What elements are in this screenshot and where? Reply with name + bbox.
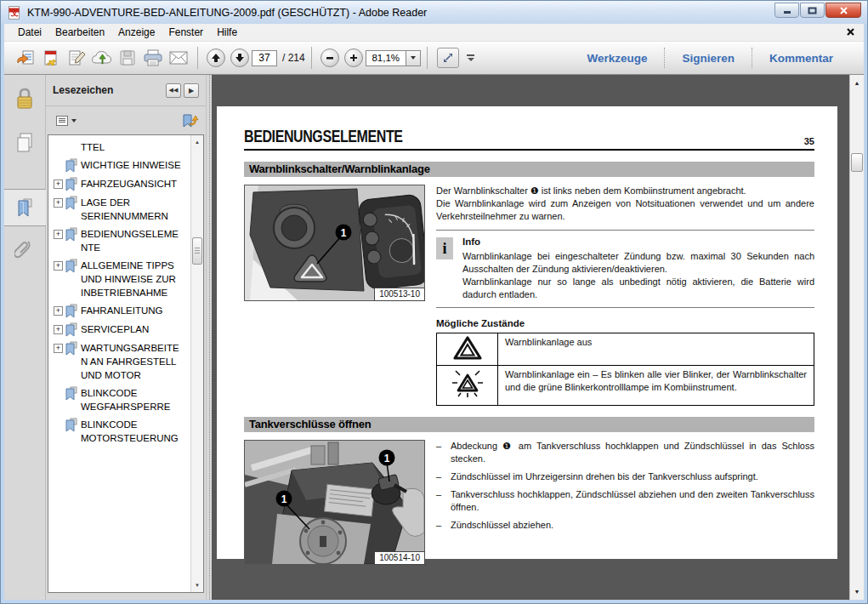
- document-scrollbar[interactable]: ▲ ▼: [849, 75, 864, 600]
- bookmark-item[interactable]: BLINKCODE MOTORSTEUERUNG: [54, 418, 190, 445]
- figure-tank-caps: 1 1 100514-10: [244, 440, 425, 565]
- bookmarks-panel: Lesezeichen ◀◀ ▶: [46, 75, 206, 600]
- scroll-up-icon[interactable]: ▲: [191, 136, 203, 148]
- svg-text:1: 1: [384, 453, 390, 464]
- bookmark-flag-icon: [65, 227, 77, 242]
- expand-plus-icon[interactable]: [54, 344, 63, 353]
- states-title: Mögliche Zustände: [436, 317, 814, 330]
- open-file-icon: [15, 49, 36, 66]
- kommentar-pane-button[interactable]: Kommentar: [766, 52, 837, 65]
- dash-bullet: [436, 470, 451, 483]
- toolbar-overflow-button[interactable]: [464, 48, 478, 68]
- save-button[interactable]: [115, 46, 140, 70]
- scroll-up-icon[interactable]: ▲: [850, 77, 864, 89]
- scroll-down-icon[interactable]: ▼: [850, 585, 864, 598]
- close-icon: [839, 7, 848, 14]
- dash-bullet: [436, 519, 451, 532]
- hazard-off-icon: [452, 335, 483, 361]
- bookmarks-tab[interactable]: [4, 189, 46, 226]
- right-arrow-icon: ▶: [189, 87, 194, 94]
- scroll-down-icon[interactable]: ▼: [191, 579, 203, 591]
- panel-forward-button[interactable]: ▶: [184, 83, 199, 98]
- panel-resize-handle[interactable]: [206, 75, 212, 600]
- menu-anzeige[interactable]: Anzeige: [111, 25, 162, 40]
- bookmark-item[interactable]: TTEL: [54, 140, 190, 154]
- expand-plus-icon[interactable]: [54, 261, 63, 271]
- werkzeuge-pane-button[interactable]: Werkzeuge: [583, 52, 650, 65]
- dash-bullet: [436, 488, 451, 514]
- bookmark-item[interactable]: WARTUNGSARBEITEN AN FAHRGESTELL UND MOTO…: [54, 341, 190, 382]
- bookmark-item[interactable]: ALLGEMEINE TIPPS UND HINWEISE ZUR INBETR…: [54, 259, 190, 299]
- bookmark-item[interactable]: LAGE DER SERIENNUMMERN: [54, 196, 190, 223]
- fill-sign-icon: [66, 49, 87, 66]
- scrollbar-thumb[interactable]: [851, 153, 863, 172]
- figure-caption: 100513-10: [374, 288, 425, 301]
- bookmark-item[interactable]: FAHRZEUGANSICHT: [54, 177, 190, 191]
- task-panes: Werkzeuge Signieren Kommentar: [583, 48, 855, 68]
- scrollbar-thumb[interactable]: [192, 237, 202, 265]
- bookmark-label: FAHRZEUGANSICHT: [81, 177, 181, 191]
- page-number: 35: [804, 136, 814, 146]
- next-page-button[interactable]: [230, 48, 249, 67]
- minimize-icon: [783, 7, 791, 14]
- toolbar-separator: [311, 47, 312, 69]
- chevron-down-icon: [71, 119, 77, 123]
- menu-bearbeiten[interactable]: Bearbeiten: [48, 25, 111, 40]
- bookmark-item[interactable]: BEDIENUNGSELEMENTE: [54, 227, 190, 254]
- table-row: Warnblinkanlage aus: [437, 333, 814, 366]
- scrolling-mode-button[interactable]: [437, 48, 459, 68]
- bullet-text: Zündschlüssel im Uhrzeigersinn drehen bi…: [451, 470, 814, 483]
- bookmark-item[interactable]: FAHRANLEITUNG: [54, 304, 190, 318]
- info-icon: i: [436, 237, 453, 259]
- bookmark-item[interactable]: SERVICEPLAN: [54, 322, 190, 337]
- paragraph: Der Warnblinkschalter ❶ ist links neben …: [436, 185, 814, 197]
- open-file-button[interactable]: [13, 46, 38, 70]
- bookmark-item[interactable]: WICHTIGE HINWEISE: [54, 158, 190, 173]
- title-bar[interactable]: KTM-990-ADVENTURE-BED-ANLEITUNG-2009.pdf…: [1, 1, 867, 24]
- expand-plus-icon[interactable]: [54, 306, 63, 316]
- state-text: Warnblinkanlage aus: [498, 333, 814, 366]
- expand-plus-icon[interactable]: [54, 198, 63, 208]
- attachments-tab[interactable]: [4, 231, 46, 269]
- expand-current-bookmark-button[interactable]: [182, 113, 199, 128]
- close-button[interactable]: [825, 3, 861, 18]
- menu-hilfe[interactable]: Hilfe: [210, 25, 244, 40]
- document-pane[interactable]: BEDIENUNGSELEMENTE 35 Warnblinkschalter/…: [212, 75, 849, 600]
- print-button[interactable]: [140, 46, 166, 70]
- page-number-input[interactable]: [252, 50, 277, 66]
- create-pdf-button[interactable]: [38, 46, 64, 70]
- zoom-dropdown-button[interactable]: [406, 50, 421, 66]
- expand-plus-icon[interactable]: [54, 325, 63, 334]
- bullet-text: Tankverschluss hochklappen, Zündschlüsse…: [451, 488, 814, 514]
- collapse-panel-button[interactable]: ◀◀: [166, 83, 181, 98]
- bookmark-flag-icon: [65, 386, 77, 401]
- options-list-icon: [56, 116, 68, 126]
- expand-plus-icon[interactable]: [54, 179, 63, 189]
- bookmarks-scrollbar[interactable]: ▲ ▼: [190, 135, 203, 592]
- previous-page-button[interactable]: [207, 48, 225, 67]
- state-text: Warnblinkanlage ein – Es blinken alle vi…: [498, 366, 814, 406]
- minimize-button[interactable]: [774, 3, 799, 18]
- zoom-in-button[interactable]: [344, 48, 363, 67]
- bookmark-item[interactable]: BLINKCODE WEGFAHRSPERRE: [54, 386, 190, 413]
- page-thumbnails-tab[interactable]: [4, 124, 46, 162]
- menu-datei[interactable]: Datei: [11, 25, 48, 40]
- svg-text:1: 1: [341, 227, 347, 239]
- bookmark-options-button[interactable]: [53, 113, 80, 128]
- bookmark-label: ALLGEMEINE TIPPS UND HINWEISE ZUR INBETR…: [81, 259, 181, 299]
- fill-sign-button[interactable]: [64, 46, 89, 70]
- share-upload-button[interactable]: [89, 46, 115, 70]
- menubar-close-icon[interactable]: [846, 27, 855, 37]
- zoom-level-value[interactable]: 81,1%: [366, 50, 406, 66]
- signieren-pane-button[interactable]: Signieren: [678, 52, 738, 65]
- security-settings-tab[interactable]: [4, 80, 46, 117]
- bookmark-label: BLINKCODE WEGFAHRSPERRE: [81, 386, 181, 413]
- expand-plus-icon[interactable]: [54, 230, 63, 239]
- bookmark-flag-icon: [65, 322, 77, 337]
- menu-fenster[interactable]: Fenster: [162, 25, 210, 40]
- email-button[interactable]: [166, 46, 191, 70]
- maximize-button[interactable]: [800, 3, 825, 18]
- zoom-out-button[interactable]: [321, 48, 339, 67]
- bookmarks-panel-header: Lesezeichen ◀◀ ▶: [46, 75, 206, 106]
- application-window: KTM-990-ADVENTURE-BED-ANLEITUNG-2009.pdf…: [0, 0, 868, 604]
